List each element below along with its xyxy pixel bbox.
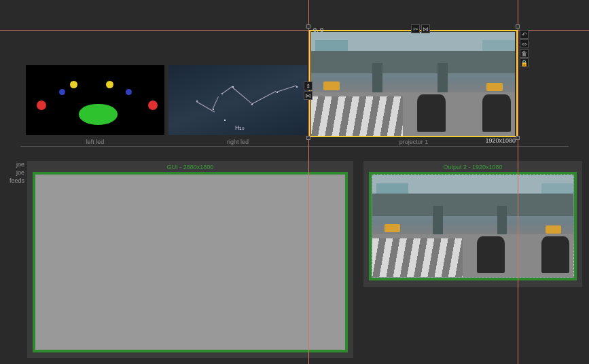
lock-icon[interactable]: 🔒	[520, 58, 529, 67]
handle-bottom-left[interactable]	[306, 136, 310, 140]
selection-frame[interactable]: 0, 0	[309, 30, 518, 137]
handle-bottom-right[interactable]	[516, 136, 520, 140]
output-gui-frame	[33, 172, 348, 352]
divider	[20, 146, 569, 147]
pin-horizontal-icon[interactable]: ⇔	[520, 39, 529, 48]
output-2-title: Output 2 - 1920x1080	[363, 161, 582, 172]
screen-label-right-led: right led	[168, 139, 307, 145]
link-icon[interactable]: ⋈	[421, 24, 430, 33]
handle-top-right[interactable]	[516, 24, 520, 29]
selection-toolbar-right: ↶ ⇔ 🗑 🔒	[520, 30, 529, 67]
sidebar-line-2[interactable]: joe feeds	[1, 168, 24, 185]
screen-right-led[interactable]: H₁₀	[168, 65, 307, 135]
screen-left-led[interactable]	[26, 65, 164, 135]
output-gui-canvas[interactable]	[35, 175, 345, 350]
trash-icon[interactable]: 🗑	[520, 49, 529, 58]
sidebar-labels: joe joe feeds	[1, 160, 24, 185]
selection-toolbar-top: ✂ ⋈	[411, 24, 430, 33]
screen-label-left-led: left led	[26, 139, 164, 145]
scissors-icon[interactable]: ✂	[411, 24, 420, 33]
sidebar-line-1[interactable]: joe	[1, 160, 24, 168]
constellation-label: H₁₀	[235, 124, 245, 131]
selection-toolbar-left: ⇕ ⋈	[304, 81, 313, 100]
handle-top-left[interactable]	[306, 24, 310, 29]
output-gui-title: GUI - 2880x1800	[27, 161, 353, 172]
output-2-panel[interactable]: Output 2 - 1920x1080	[363, 161, 582, 287]
output-2-canvas[interactable]	[372, 175, 574, 278]
selection-coord-label: 0, 0	[313, 26, 323, 33]
link-icon[interactable]: ⋈	[304, 91, 313, 100]
output-gui-panel[interactable]: GUI - 2880x1800	[27, 161, 353, 358]
screen-label-projector-1: projector 1	[309, 139, 518, 145]
top-bar	[0, 0, 589, 15]
output-2-frame	[369, 172, 577, 280]
pin-vertical-icon[interactable]: ⇕	[304, 81, 313, 90]
undo-icon[interactable]: ↶	[520, 30, 529, 39]
